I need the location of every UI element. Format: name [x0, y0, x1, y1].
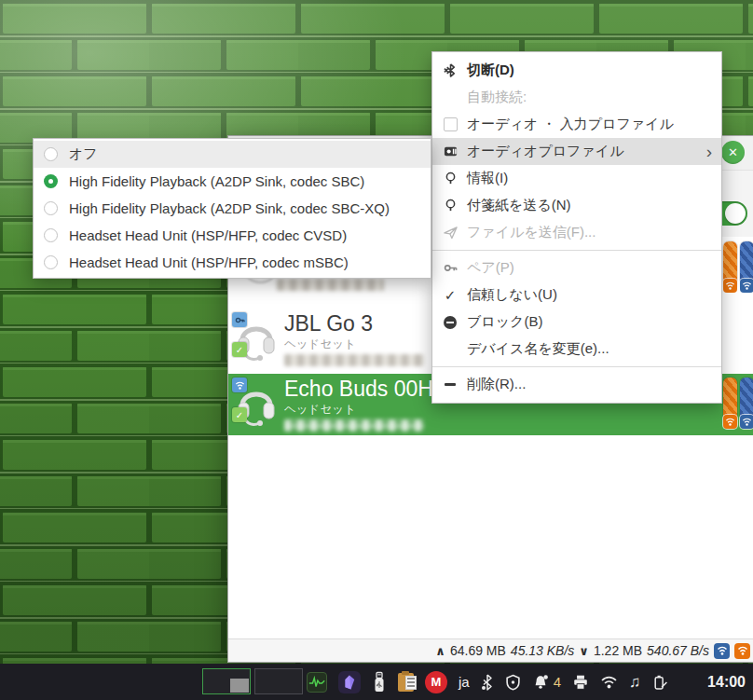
printer-icon[interactable] [572, 674, 589, 691]
menu-item-audio-profile[interactable]: オーディオプロファイル › [432, 138, 721, 165]
send-file-icon [442, 226, 459, 240]
menu-item-label: 削除(R)... [467, 376, 526, 393]
clock[interactable]: 14:00 [707, 664, 746, 700]
taskbar: M ja 4 ♫ 14:00 [0, 664, 753, 700]
submenu-item-off[interactable]: オフ [34, 141, 431, 168]
submenu-item-label: オフ [69, 145, 98, 163]
music-player-icon[interactable]: ♫ [629, 673, 641, 692]
submenu-item-label: High Fidelity Playback (A2DP Sink, codec… [69, 173, 364, 189]
menu-item-label: 情報(I) [467, 170, 508, 187]
upload-rate: 45.13 KB/s [511, 643, 575, 658]
bulb-icon [442, 199, 459, 213]
menu-separator [432, 250, 721, 251]
menu-item-label: デバイス名を変更(e)... [467, 340, 609, 358]
device-type: ヘッドセット [284, 403, 433, 417]
workspace-switcher [202, 668, 303, 694]
check-icon: ✓ [442, 287, 459, 304]
menu-item-pair: ペア(P) [432, 254, 721, 281]
menu-item-label: オーディオ ・ 入力プロファイル [467, 116, 674, 133]
device-name: Echo Buds 00H [284, 377, 433, 402]
radio-off-icon[interactable] [44, 255, 58, 269]
menu-item-label: 信頼しない(U) [467, 286, 557, 304]
system-monitor-icon[interactable] [307, 672, 327, 693]
device-info: JBL Go 3 ヘッドセット [284, 311, 424, 366]
signal-bar-blue [740, 241, 753, 290]
toggle-knob [725, 203, 746, 224]
block-icon [442, 316, 459, 329]
trusted-check-icon: ✓ [232, 342, 247, 357]
submenu-item-a2dp-sbc-xq[interactable]: High Fidelity Playback (A2DP Sink, codec… [34, 195, 431, 222]
redacted-address [284, 354, 424, 366]
paired-key-icon [232, 312, 247, 327]
upload-chevron-icon: ∧ [435, 644, 445, 658]
download-rate: 540.67 B/s [647, 643, 709, 658]
radio-off-icon[interactable] [44, 147, 58, 161]
radio-off-icon[interactable] [44, 201, 58, 215]
menu-item-label: ペア(P) [467, 259, 514, 277]
notification-count-badge[interactable]: 4 [554, 674, 561, 690]
trusted-check-icon: ✓ [232, 407, 247, 422]
menu-item-label: 付箋紙を送る(N) [467, 197, 571, 214]
workspace-2[interactable] [254, 668, 303, 694]
signal-orange-icon [723, 279, 737, 293]
clipboard-icon[interactable] [398, 673, 414, 692]
headset-icon: ✓ [234, 314, 279, 363]
shield-icon[interactable] [505, 674, 521, 691]
signal-orange-icon [734, 643, 750, 659]
workspace-window-thumb [230, 679, 249, 693]
obsidian-icon[interactable] [338, 671, 361, 693]
menu-item-block[interactable]: ブロック(B) [432, 309, 721, 336]
upload-total: 64.69 MB [450, 643, 506, 658]
menu-item-disconnect[interactable]: 切断(D) [432, 57, 721, 84]
signal-bar-blue [740, 377, 753, 426]
keyboard-layout-indicator[interactable]: ja [459, 674, 470, 690]
menu-item-label: 自動接続: [467, 89, 527, 106]
device-context-menu: 切断(D) 自動接続: オーディオ ・ 入力プロファイル オーディオプロファイル… [431, 51, 722, 404]
redacted-address [277, 279, 384, 291]
wifi-blue-icon [740, 415, 753, 429]
menu-item-untrust[interactable]: ✓ 信頼しない(U) [432, 281, 721, 309]
radio-off-icon[interactable] [44, 228, 58, 242]
signal-bars [723, 241, 753, 290]
menu-item-label: ファイルを送信(F)... [467, 224, 596, 241]
close-icon: ✕ [728, 145, 738, 159]
menu-item-audio-input-profile[interactable]: オーディオ ・ 入力プロファイル [432, 111, 721, 138]
menu-item-send-file: ファイルを送信(F)... [432, 219, 721, 246]
transfer-status-bar: ∧ 64.69 MB 45.13 KB/s ∨ 1.22 MB 540.67 B… [228, 638, 753, 662]
system-tray: M ja 4 ♫ [307, 664, 668, 700]
radio-on-icon[interactable] [44, 174, 58, 188]
menu-item-info[interactable]: 情報(I) [432, 165, 721, 192]
menu-item-label: オーディオプロファイル [467, 143, 624, 160]
redacted-address [284, 419, 424, 432]
battery-edit-icon[interactable] [652, 674, 668, 691]
bluetooth-icon[interactable] [481, 674, 494, 691]
mega-m-glyph: M [431, 675, 442, 689]
window-close-button[interactable]: ✕ [721, 141, 745, 164]
menu-item-label: ブロック(B) [467, 313, 542, 331]
signal-bar-orange [723, 377, 737, 426]
menu-separator [432, 366, 721, 367]
menu-item-rename-device[interactable]: デバイス名を変更(e)... [432, 336, 721, 363]
key-icon [442, 261, 459, 275]
menu-item-autoconnect: 自動接続: [432, 84, 721, 111]
submenu-item-a2dp-sbc[interactable]: High Fidelity Playback (A2DP Sink, codec… [34, 168, 431, 195]
submenu-item-hsp-msbc[interactable]: Headset Head Unit (HSP/HFP, codec mSBC) [34, 249, 431, 276]
submenu-arrow-icon: › [706, 145, 712, 158]
menu-item-send-note[interactable]: 付箋紙を送る(N) [432, 192, 721, 219]
submenu-item-label: Headset Head Unit (HSP/HFP, codec CVSD) [69, 227, 347, 243]
submenu-item-label: Headset Head Unit (HSP/HFP, codec mSBC) [69, 254, 349, 270]
mega-icon[interactable]: M [425, 671, 447, 693]
signal-bar-orange [723, 241, 737, 290]
workspace-1[interactable] [202, 668, 251, 694]
download-total: 1.22 MB [594, 643, 642, 658]
menu-item-remove[interactable]: 削除(R)... [432, 371, 721, 398]
usb-drive-icon[interactable] [372, 671, 387, 693]
checkbox-unchecked-icon[interactable] [442, 117, 459, 131]
bulb-icon [442, 172, 459, 185]
device-name: JBL Go 3 [284, 311, 424, 336]
notifications-icon[interactable] [532, 674, 549, 691]
wifi-blue-icon [740, 279, 753, 293]
menu-item-label: 切断(D) [467, 62, 514, 79]
wifi-icon[interactable] [600, 675, 618, 690]
submenu-item-hsp-cvsd[interactable]: Headset Head Unit (HSP/HFP, codec CVSD) [34, 222, 431, 249]
